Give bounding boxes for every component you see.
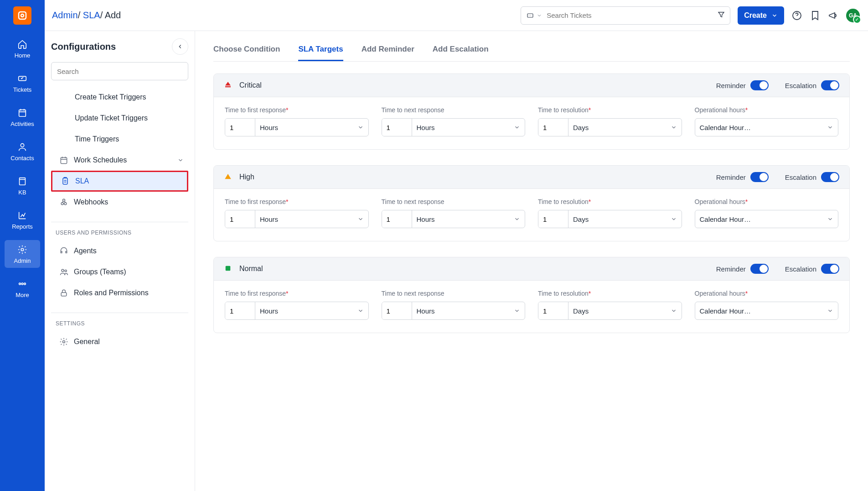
nav-admin[interactable]: Admin <box>5 240 40 268</box>
tab-add-reminder[interactable]: Add Reminder <box>362 40 414 61</box>
time-value-input[interactable] <box>225 119 255 136</box>
svg-rect-19 <box>61 293 67 296</box>
time-value-input[interactable] <box>538 302 568 319</box>
priority-high-icon <box>224 172 232 181</box>
svg-point-6 <box>21 248 24 251</box>
time-value-input[interactable] <box>225 210 255 228</box>
time-value-input[interactable] <box>538 119 568 136</box>
svg-rect-22 <box>226 266 231 271</box>
time-value-input[interactable] <box>538 210 568 228</box>
search-input[interactable] <box>547 11 661 19</box>
time-unit-select[interactable]: Hours <box>412 119 525 136</box>
time-value-input[interactable] <box>225 302 255 319</box>
webhook-icon <box>59 198 68 207</box>
chevron-down-icon <box>357 308 364 314</box>
sidebar-item-update-triggers[interactable]: Update Ticket Triggers <box>51 108 188 129</box>
sla-card-body: Time to first response* Hours Time to ne… <box>214 97 661 149</box>
clipboard-icon <box>61 177 70 186</box>
headset-icon <box>59 246 68 256</box>
config-title: Configurations <box>51 42 116 52</box>
nav-reports-label: Reports <box>12 223 33 230</box>
time-unit-select[interactable]: Hours <box>255 119 368 136</box>
time-unit-select[interactable]: Hours <box>255 210 368 228</box>
nav-activities[interactable]: Activities <box>5 103 40 131</box>
field-label: Time to first response* <box>225 198 369 205</box>
sla-field: Time to first response* Hours <box>225 198 369 228</box>
svg-rect-21 <box>225 86 231 87</box>
tab-row: Choose Condition SLA Targets Add Reminde… <box>213 40 661 62</box>
sla-card-high: High Reminder Escalation Time to first r… <box>213 165 661 241</box>
tab-choose-condition[interactable]: Choose Condition <box>213 40 280 61</box>
sla-card-header: Critical Reminder Escalation <box>214 74 661 97</box>
chevron-down-icon <box>514 308 520 314</box>
section-settings: SETTINGS <box>51 320 188 331</box>
time-unit-select[interactable]: Days <box>568 210 661 228</box>
config-search-input[interactable] <box>51 62 188 80</box>
section-users-permissions: USERS AND PERMISSIONS <box>51 230 188 240</box>
tab-add-escalation[interactable]: Add Escalation <box>433 40 489 61</box>
sla-field: Time to first response* Hours <box>225 290 369 320</box>
nav-kb[interactable]: KB <box>5 172 40 199</box>
sidebar-item-roles[interactable]: Roles and Permissions <box>51 282 188 303</box>
sidebar-item-work-schedules[interactable]: Work Schedules <box>51 150 188 171</box>
svg-point-4 <box>21 144 24 147</box>
sla-field: Time to resolution* Days <box>538 106 661 136</box>
sidebar-item-sla[interactable]: SLA <box>51 171 188 192</box>
nav-admin-label: Admin <box>14 257 31 264</box>
svg-rect-3 <box>19 110 26 117</box>
sla-field: Time to resolution* Days <box>538 290 661 320</box>
priority-label: High <box>239 173 254 181</box>
field-label: Time to resolution* <box>538 198 661 205</box>
sla-card-header: High Reminder Escalation <box>214 166 661 189</box>
sidebar-item-groups[interactable]: Groups (Teams) <box>51 261 188 282</box>
breadcrumb: Admin/ SLA/ Add <box>52 10 121 21</box>
sla-field: Time to next response Hours <box>382 198 526 228</box>
sla-field: Time to resolution* Days <box>538 198 661 228</box>
field-label: Time to resolution* <box>538 290 661 297</box>
time-value-input[interactable] <box>382 210 412 228</box>
tab-sla-targets[interactable]: SLA Targets <box>298 40 343 61</box>
nav-tickets[interactable]: Tickets <box>5 69 40 97</box>
time-value-input[interactable] <box>382 119 412 136</box>
chevron-down-icon <box>357 216 364 222</box>
nav-more[interactable]: More <box>5 274 40 302</box>
breadcrumb-sla[interactable]: SLA <box>83 10 100 20</box>
sidebar-item-general[interactable]: General <box>51 331 188 352</box>
nav-reports[interactable]: Reports <box>5 206 40 234</box>
time-unit-select[interactable]: Hours <box>412 302 525 319</box>
time-value-input[interactable] <box>382 302 412 319</box>
breadcrumb-admin[interactable]: Admin <box>52 10 78 20</box>
main-nav: Home Tickets Activities Contacts KB Repo… <box>0 0 45 374</box>
users-icon <box>59 267 68 277</box>
sidebar-item-webhooks[interactable]: Webhooks <box>51 192 188 213</box>
field-label: Time to next response <box>382 106 526 114</box>
sidebar-item-time-triggers[interactable]: Time Triggers <box>51 129 188 150</box>
nav-tickets-label: Tickets <box>13 86 32 93</box>
breadcrumb-current: Add <box>105 10 121 20</box>
sla-card-body: Time to first response* Hours Time to ne… <box>214 281 661 333</box>
sidebar-item-create-triggers[interactable]: Create Ticket Triggers <box>51 87 188 108</box>
svg-rect-5 <box>20 178 26 185</box>
collapse-sidebar-button[interactable] <box>172 38 188 55</box>
gear-icon <box>59 337 68 346</box>
priority-normal-icon <box>224 264 232 272</box>
calendar-icon <box>59 156 68 165</box>
priority-label: Critical <box>239 81 262 89</box>
sidebar-item-agents[interactable]: Agents <box>51 240 188 261</box>
time-unit-select[interactable]: Days <box>568 119 661 136</box>
nav-more-label: More <box>16 292 29 298</box>
nav-contacts[interactable]: Contacts <box>5 137 40 165</box>
search-ticket-wrap[interactable] <box>521 6 661 25</box>
time-unit-select[interactable]: Hours <box>412 210 525 228</box>
time-unit-select[interactable]: Hours <box>255 302 368 319</box>
top-header: Admin/ SLA/ Add Create GA <box>45 0 661 31</box>
svg-point-18 <box>65 270 67 272</box>
main-content: Choose Condition SLA Targets Add Reminde… <box>195 31 661 374</box>
nav-home[interactable]: Home <box>5 35 40 63</box>
time-unit-select[interactable]: Days <box>568 302 661 319</box>
search-scope-selector[interactable] <box>526 12 547 19</box>
field-label: Time to next response <box>382 198 526 205</box>
chevron-down-icon <box>537 13 542 18</box>
svg-point-8 <box>21 283 23 285</box>
nav-contacts-label: Contacts <box>10 155 34 162</box>
